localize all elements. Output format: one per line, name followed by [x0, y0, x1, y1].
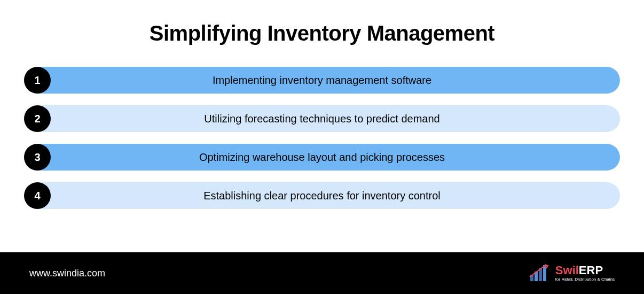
step-text: Optimizing warehouse layout and picking … — [51, 151, 620, 164]
step-number-badge: 4 — [24, 182, 51, 209]
page-title: Simplifying Inventory Management — [24, 21, 620, 45]
bar-chart-icon — [529, 264, 552, 282]
brand-tagline: for Retail, Distribution & Chains — [555, 277, 615, 282]
footer-url: www.swindia.com — [29, 268, 105, 279]
list-item: 3 Optimizing warehouse layout and pickin… — [24, 144, 620, 171]
step-text: Establishing clear procedures for invent… — [51, 190, 620, 202]
brand-text: SwilERP for Retail, Distribution & Chain… — [555, 265, 615, 282]
brand-name-part-a: Swil — [555, 264, 579, 277]
step-text: Utilizing forecasting techniques to pred… — [51, 113, 620, 125]
list-item: 2 Utilizing forecasting techniques to pr… — [24, 105, 620, 132]
step-number-badge: 1 — [24, 67, 51, 94]
list-item: 4 Establishing clear procedures for inve… — [24, 182, 620, 209]
svg-rect-3 — [543, 265, 546, 281]
brand-name: SwilERP — [555, 265, 615, 276]
step-number-badge: 3 — [24, 144, 51, 171]
slide: Simplifying Inventory Management 1 Imple… — [0, 0, 644, 294]
step-number-badge: 2 — [24, 105, 51, 132]
brand-name-part-b: ERP — [579, 264, 603, 277]
step-text: Implementing inventory management softwa… — [51, 74, 620, 87]
footer: www.swindia.com SwilERP for Retail, Dist… — [0, 252, 644, 294]
list-item: 1 Implementing inventory management soft… — [24, 67, 620, 94]
brand-logo: SwilERP for Retail, Distribution & Chain… — [529, 264, 615, 282]
content-area: Simplifying Inventory Management 1 Imple… — [0, 0, 644, 252]
list: 1 Implementing inventory management soft… — [24, 67, 620, 209]
